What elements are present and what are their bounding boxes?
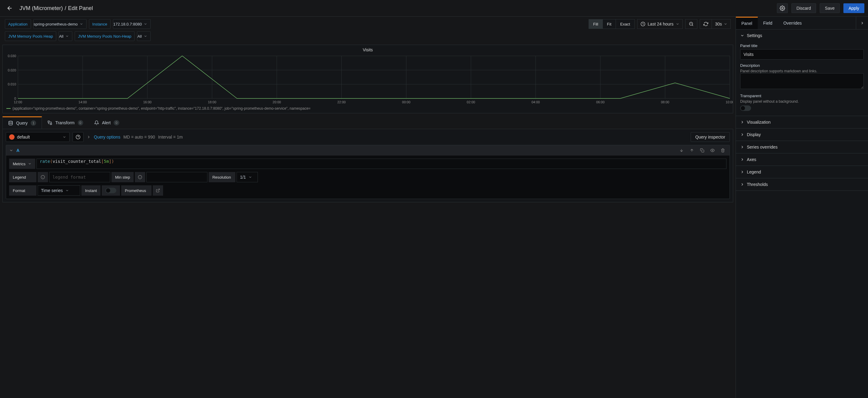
section-legend[interactable]: Legend	[736, 166, 868, 178]
view-mode-fit[interactable]: Fit	[603, 19, 616, 29]
tab-transform[interactable]: Transform 0	[42, 116, 88, 129]
back-button[interactable]	[4, 3, 16, 14]
minstep-help[interactable]	[135, 172, 145, 182]
section-axes[interactable]: Axes	[736, 153, 868, 165]
format-label: Format	[9, 185, 36, 196]
metrics-dropdown[interactable]: Metrics	[9, 159, 35, 169]
section-display[interactable]: Display	[736, 128, 868, 141]
toggle-visibility-button[interactable]	[709, 147, 716, 154]
instant-toggle[interactable]	[105, 188, 116, 193]
query-inspector-button[interactable]: Query inspector	[691, 132, 730, 142]
apply-button[interactable]: Apply	[843, 3, 864, 13]
transparent-toggle[interactable]	[740, 105, 751, 111]
section-visualization[interactable]: Visualization	[736, 116, 868, 128]
minstep-label: Min step	[112, 172, 134, 182]
section-settings-header[interactable]: Settings	[736, 29, 868, 42]
var-application-value[interactable]: spring-prometheus-demo	[33, 19, 87, 29]
svg-line-52	[158, 189, 159, 191]
var-nonheap[interactable]: JVM Memory Pools Non-Heap	[75, 31, 135, 41]
chevron-down-icon[interactable]	[9, 148, 13, 153]
legend-label: Legend	[9, 172, 36, 182]
time-range-picker[interactable]: Last 24 hours	[637, 19, 683, 29]
chevron-right-icon	[740, 120, 744, 124]
legend-help[interactable]	[38, 172, 48, 182]
panel-title-label: Panel title	[740, 43, 864, 48]
chevron-right-icon[interactable]	[87, 135, 91, 139]
var-instance[interactable]: Instance	[89, 19, 111, 29]
panel-title-input[interactable]	[740, 49, 864, 60]
database-icon	[8, 121, 13, 125]
query-options-toggle[interactable]: Query options	[94, 134, 120, 140]
chevron-right-icon	[740, 170, 744, 174]
chevron-down-icon	[65, 189, 69, 192]
discard-button[interactable]: Discard	[792, 3, 816, 13]
svg-text:04:00: 04:00	[531, 100, 540, 104]
query-expr-input[interactable]: rate(visit_counter_total[5m])	[36, 159, 726, 169]
transform-icon	[48, 120, 52, 125]
chevron-down-icon	[676, 22, 679, 26]
resolution-label: Resolution	[209, 172, 236, 182]
tab-alert[interactable]: Alert 0	[89, 116, 125, 129]
prometheus-label: Prometheus	[121, 185, 152, 196]
svg-rect-39	[51, 123, 52, 125]
breadcrumb-dashboard: JVM (Micrometer)	[20, 5, 63, 11]
move-down-button[interactable]	[678, 147, 685, 154]
clock-icon	[641, 22, 645, 26]
collapse-sidebar-button[interactable]	[856, 17, 868, 29]
view-mode-fill[interactable]: Fill	[589, 19, 603, 29]
svg-text:12:00: 12:00	[14, 100, 22, 104]
svg-point-45	[712, 150, 713, 151]
legend-input[interactable]	[49, 172, 110, 182]
datasource-select[interactable]: default	[6, 132, 69, 142]
var-application[interactable]: Application	[5, 19, 31, 29]
tab-overrides[interactable]: Overrides	[778, 17, 807, 29]
tab-field[interactable]: Field	[758, 17, 778, 29]
delete-query-button[interactable]	[719, 147, 726, 154]
prometheus-link[interactable]	[153, 185, 163, 196]
svg-text:0.020: 0.020	[8, 68, 16, 72]
svg-text:06:00: 06:00	[596, 100, 605, 104]
chevron-down-icon	[248, 175, 252, 179]
chevron-down-icon	[144, 22, 147, 26]
format-select[interactable]: Time series	[38, 185, 80, 196]
refresh-button[interactable]	[700, 19, 712, 29]
save-button[interactable]: Save	[820, 3, 840, 13]
refresh-interval-select[interactable]: 30s	[712, 19, 731, 29]
chevron-down-icon	[724, 22, 727, 26]
svg-text:0.010: 0.010	[8, 82, 16, 86]
resolution-select[interactable]: 1/1	[237, 172, 258, 182]
tab-query[interactable]: Query 1	[2, 116, 42, 129]
svg-text:22:00: 22:00	[337, 100, 346, 104]
help-icon	[75, 134, 81, 140]
svg-line-3	[692, 25, 693, 26]
datasource-help-button[interactable]	[72, 132, 84, 142]
minstep-input[interactable]	[146, 172, 208, 182]
duplicate-button[interactable]	[699, 147, 706, 154]
zoom-out-button[interactable]	[685, 19, 697, 29]
var-heap-value[interactable]: All	[59, 31, 72, 41]
svg-text:10:00: 10:00	[725, 100, 733, 104]
view-mode-exact[interactable]: Exact	[616, 19, 635, 29]
chevron-right-icon	[740, 145, 744, 149]
var-nonheap-value[interactable]: All	[137, 31, 150, 41]
chevron-down-icon	[740, 33, 744, 38]
chevron-down-icon	[65, 34, 69, 38]
svg-text:18:00: 18:00	[208, 100, 217, 104]
section-thresholds[interactable]: Thresholds	[736, 178, 868, 190]
svg-text:0: 0	[14, 97, 16, 100]
refresh-icon	[703, 22, 708, 26]
tab-panel[interactable]: Panel	[736, 17, 758, 29]
svg-rect-44	[702, 150, 704, 152]
info-icon	[41, 175, 45, 179]
section-series-overrides[interactable]: Series overrides	[736, 141, 868, 153]
move-up-button[interactable]	[688, 147, 695, 154]
series-legend: {application="spring-prometheus-demo", c…	[3, 105, 733, 113]
transparent-sublabel: Display panel without a background.	[740, 99, 864, 103]
svg-rect-38	[48, 121, 50, 122]
var-instance-value[interactable]: 172.18.0.7:8080	[113, 19, 151, 29]
panel-settings-gear[interactable]	[777, 3, 788, 13]
description-input[interactable]	[740, 73, 864, 89]
var-heap[interactable]: JVM Memory Pools Heap	[5, 31, 56, 41]
chevron-down-icon	[80, 22, 83, 26]
chevron-right-icon	[740, 182, 744, 187]
